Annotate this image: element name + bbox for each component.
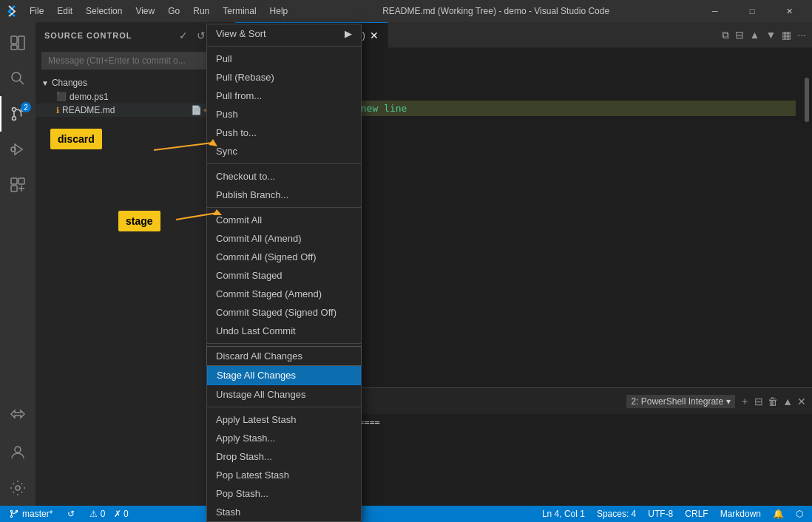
main-layout: 2 <box>0 22 812 506</box>
svg-rect-2 <box>11 45 17 50</box>
menu-item-apply-stash[interactable]: Apply Stash... <box>207 429 361 447</box>
menu-item-discard-all[interactable]: Discard All Changes <box>207 347 361 365</box>
file-item-readme[interactable]: ℹ README.md 📄 ↩ + M <box>35 104 235 117</box>
activity-source-control[interactable]: 2 <box>0 96 35 132</box>
submenu-arrow-icon: ▶ <box>345 28 352 39</box>
svg-line-14 <box>154 143 213 150</box>
svg-rect-9 <box>11 178 17 184</box>
menu-help[interactable]: Help <box>264 4 294 18</box>
menu-terminal[interactable]: Terminal <box>217 4 262 18</box>
menu-file[interactable]: File <box>24 4 50 18</box>
sidebar-checkmark[interactable]: ✓ <box>176 28 191 43</box>
file-item-demops1[interactable]: ⬛ demo.ps1 U <box>35 90 235 104</box>
tab-close-button[interactable]: ✕ <box>370 30 379 41</box>
commit-message-input[interactable] <box>41 52 229 70</box>
menu-item-push-to[interactable]: Push to... <box>207 123 361 142</box>
menu-item-commit-all-amend[interactable]: Commit All (Amend) <box>207 229 361 248</box>
editor-scrollbar[interactable] <box>802 48 812 387</box>
activity-remote[interactable] <box>0 396 35 432</box>
terminal-dropdown-icon: ▾ <box>726 396 731 407</box>
menu-item-apply-latest-stash[interactable]: Apply Latest Stash <box>207 410 361 429</box>
statusbar-warnings[interactable]: ⚠ 0 ✗ 0 <box>87 509 131 519</box>
menu-item-unstage-all[interactable]: Unstage All Changes <box>207 385 361 404</box>
activity-settings[interactable] <box>0 470 35 506</box>
statusbar-branch[interactable]: master* <box>6 509 55 519</box>
menu-item-commit-staged[interactable]: Commit Staged <box>207 266 361 285</box>
menu-item-stage-all[interactable]: Stage All Changes <box>207 365 361 385</box>
branch-icon <box>9 509 19 519</box>
editor-more-icon[interactable]: ··· <box>797 29 806 41</box>
changes-header[interactable]: ▼ Changes 2 <box>35 75 235 90</box>
scroll-down-icon[interactable]: ▼ <box>765 29 776 41</box>
menu-item-commit-staged-amend[interactable]: Commit Staged (Amend) <box>207 285 361 303</box>
layout-icon[interactable]: ▦ <box>782 29 791 41</box>
activity-explorer[interactable] <box>0 25 35 61</box>
menu-separator-5 <box>207 407 361 407</box>
close-button[interactable]: ✕ <box>772 0 806 22</box>
statusbar-line-col[interactable]: Ln 4, Col 1 <box>539 509 588 519</box>
menu-item-publish-branch[interactable]: Publish Branch... <box>207 186 361 204</box>
scroll-thumb[interactable] <box>805 78 809 122</box>
maximize-panel-button[interactable]: ▲ <box>782 395 793 408</box>
terminal-selector[interactable]: 2: PowerShell Integrate ▾ <box>626 395 735 408</box>
accounts-icon <box>9 444 27 461</box>
split-editor-icon[interactable]: ⊟ <box>735 29 744 41</box>
svg-rect-0 <box>11 36 17 44</box>
context-menu: View & Sort ▶ Pull Pull (Rebase) Pull fr… <box>206 24 362 522</box>
menu-item-pull-rebase[interactable]: Pull (Rebase) <box>207 68 361 87</box>
menu-item-commit-all-signed[interactable]: Commit All (Signed Off) <box>207 248 361 266</box>
close-panel-button[interactable]: ✕ <box>797 395 806 408</box>
panel-tab-actions: 2: PowerShell Integrate ▾ ＋ ⊟ 🗑 ▲ ✕ <box>626 395 806 408</box>
menu-item-pop-latest-stash[interactable]: Pop Latest Stash <box>207 466 361 484</box>
menu-item-commit-staged-signed[interactable]: Commit Staged (Signed Off) <box>207 303 361 322</box>
statusbar: master* ↺ ⚠ 0 ✗ 0 Ln 4, Col 1 Spaces: 4 … <box>0 506 812 522</box>
split-terminal-button[interactable]: ⊟ <box>754 395 763 408</box>
svg-line-4 <box>20 81 24 85</box>
activity-run[interactable] <box>0 132 35 167</box>
menu-item-view-sort[interactable]: View & Sort ▶ <box>207 24 361 43</box>
activity-search[interactable] <box>0 61 35 96</box>
minimize-button[interactable]: ─ <box>698 0 732 22</box>
statusbar-encoding[interactable]: UTF-8 <box>645 509 676 519</box>
statusbar-language[interactable]: Markdown <box>717 509 764 519</box>
menu-item-undo-commit[interactable]: Undo Last Commit <box>207 322 361 340</box>
statusbar-bell-icon[interactable]: ⬡ <box>793 509 806 519</box>
menu-selection[interactable]: Selection <box>80 4 128 18</box>
source-control-badge: 2 <box>21 102 31 112</box>
activity-accounts[interactable] <box>0 435 35 470</box>
statusbar-sync[interactable]: ↺ <box>64 509 78 519</box>
menu-view[interactable]: View <box>129 4 160 18</box>
statusbar-remote-icon[interactable]: 🔔 <box>770 509 787 519</box>
delete-terminal-button[interactable]: 🗑 <box>768 395 778 408</box>
chevron-icon: ▼ <box>41 79 49 87</box>
menu-item-pull-from[interactable]: Pull from... <box>207 87 361 105</box>
changes-section: ▼ Changes 2 ⬛ demo.ps1 U ℹ README.md 📄 ↩… <box>35 72 235 120</box>
menu-go[interactable]: Go <box>162 4 186 18</box>
explorer-icon <box>9 34 27 52</box>
statusbar-spaces[interactable]: Spaces: 4 <box>594 509 639 519</box>
svg-point-19 <box>10 515 12 517</box>
search-icon <box>9 70 27 87</box>
menu-item-sync[interactable]: Sync <box>207 142 361 160</box>
menu-item-push[interactable]: Push <box>207 105 361 123</box>
maximize-button[interactable]: □ <box>735 0 769 22</box>
menu-item-stash[interactable]: Stash <box>207 503 361 521</box>
info-icon: ℹ <box>56 106 59 115</box>
menu-item-drop-stash[interactable]: Drop Stash... <box>207 447 361 466</box>
menu-edit[interactable]: Edit <box>51 4 78 18</box>
menu-run[interactable]: Run <box>187 4 215 18</box>
remote-icon <box>9 405 27 423</box>
menu-item-commit-all[interactable]: Commit All <box>207 211 361 229</box>
titlebar: File Edit Selection View Go Run Terminal… <box>0 0 812 22</box>
menu-item-pop-stash[interactable]: Pop Stash... <box>207 484 361 503</box>
add-terminal-button[interactable]: ＋ <box>740 395 750 408</box>
menu-item-pull[interactable]: Pull <box>207 50 361 68</box>
activity-extensions[interactable] <box>0 167 35 203</box>
statusbar-line-ending[interactable]: CRLF <box>682 509 711 519</box>
activitybar: 2 <box>0 22 35 506</box>
scroll-up-icon[interactable]: ▲ <box>750 29 760 41</box>
menu-separator-3 <box>207 207 361 208</box>
open-in-editor-icon[interactable]: ⧉ <box>722 29 729 41</box>
menu-item-checkout[interactable]: Checkout to... <box>207 167 361 186</box>
open-file-icon[interactable]: 📄 <box>191 105 202 115</box>
